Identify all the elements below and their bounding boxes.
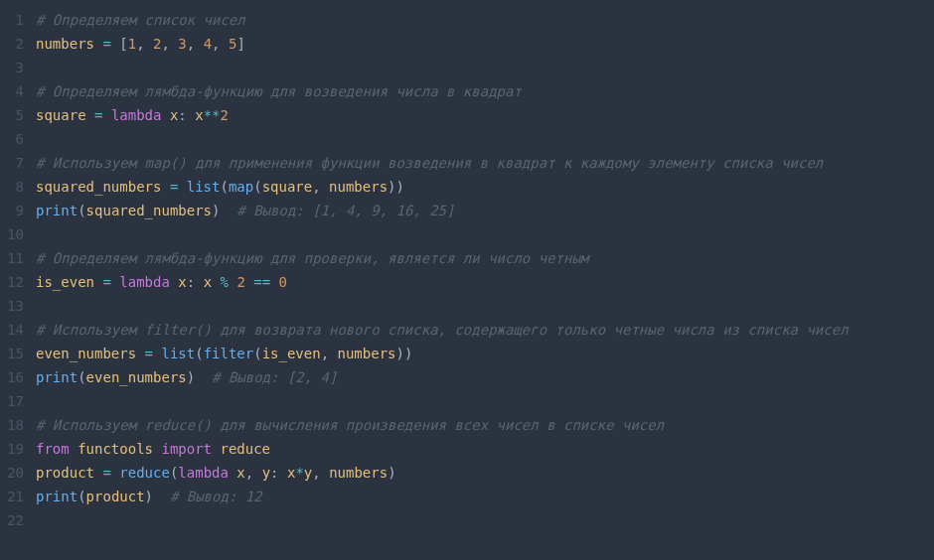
token-ident: numbers — [36, 36, 94, 52]
token-punct: ] — [236, 36, 244, 52]
token-kw: import — [161, 441, 212, 457]
code-line[interactable]: 22 — [0, 508, 934, 532]
code-line[interactable]: 4# Определяем лямбда-функцию для возведе… — [0, 79, 934, 103]
token-ident: functools — [78, 441, 153, 457]
token-ident: numbers — [329, 465, 388, 481]
token-comment: # Определяем лямбда-функцию для возведен… — [36, 83, 522, 99]
token-punct: , — [321, 346, 338, 361]
token-punct: ) — [187, 369, 212, 385]
line-content[interactable]: # Используем map() для применения функци… — [36, 151, 934, 175]
line-number: 5 — [0, 103, 36, 127]
token-op: * — [295, 465, 303, 481]
token-punct — [178, 179, 186, 195]
code-line[interactable]: 10 — [0, 222, 934, 246]
token-func: list — [187, 179, 221, 195]
line-content[interactable]: print(even_numbers) # Вывод: [2, 4] — [36, 365, 934, 389]
line-content[interactable] — [36, 56, 934, 79]
line-content[interactable]: # Определяем список чисел — [36, 8, 934, 32]
line-content[interactable]: squared_numbers = list(map(square, numbe… — [36, 175, 934, 199]
token-punct: , — [212, 36, 229, 52]
token-ident: even_numbers — [86, 369, 187, 385]
line-content[interactable]: print(product) # Вывод: 12 — [36, 485, 934, 508]
line-number: 11 — [0, 246, 36, 270]
line-number: 8 — [0, 175, 36, 199]
code-line[interactable]: 12is_even = lambda x: x % 2 == 0 — [0, 270, 934, 294]
token-punct — [270, 274, 278, 290]
line-content[interactable]: # Используем reduce() для вычисления про… — [36, 413, 934, 437]
line-number: 19 — [0, 437, 36, 461]
token-func: print — [36, 489, 78, 504]
line-content[interactable]: numbers = [1, 2, 3, 4, 5] — [36, 32, 934, 56]
token-ident: even_numbers — [36, 346, 136, 361]
token-num: 1 — [128, 36, 136, 52]
line-number: 20 — [0, 461, 36, 485]
line-content[interactable] — [36, 508, 934, 532]
code-line[interactable]: 7# Используем map() для применения функц… — [0, 151, 934, 175]
token-op: = — [145, 346, 153, 361]
code-line[interactable]: 13 — [0, 294, 934, 318]
code-line[interactable]: 6 — [0, 127, 934, 151]
code-line[interactable]: 16print(even_numbers) # Вывод: [2, 4] — [0, 365, 934, 389]
token-punct — [245, 274, 253, 290]
line-content[interactable]: print(squared_numbers) # Вывод: [1, 4, 9… — [36, 199, 934, 222]
token-op: = — [102, 274, 110, 290]
code-line[interactable]: 11# Определяем лямбда-функцию для провер… — [0, 246, 934, 270]
token-op: == — [253, 274, 270, 290]
token-func: print — [36, 203, 78, 218]
line-content[interactable]: product = reduce(lambda x, y: x*y, numbe… — [36, 461, 934, 485]
token-punct: ) — [388, 465, 395, 481]
code-line[interactable]: 9print(squared_numbers) # Вывод: [1, 4, … — [0, 199, 934, 222]
code-line[interactable]: 18# Используем reduce() для вычисления п… — [0, 413, 934, 437]
code-line[interactable]: 8squared_numbers = list(map(square, numb… — [0, 175, 934, 199]
token-punct: , — [187, 36, 204, 52]
line-content[interactable]: # Определяем лямбда-функцию для проверки… — [36, 246, 934, 270]
token-punct: , — [245, 465, 262, 481]
token-num: 2 — [221, 107, 229, 123]
token-kw: from — [36, 441, 70, 457]
line-number: 12 — [0, 270, 36, 294]
token-comment: # Вывод: [1, 4, 9, 16, 25] — [236, 203, 454, 218]
code-editor[interactable]: 1# Определяем список чисел2numbers = [1,… — [0, 8, 934, 532]
line-content[interactable]: # Используем filter() для возврата новог… — [36, 318, 934, 342]
line-content[interactable] — [36, 294, 934, 318]
token-punct: ( — [78, 489, 85, 504]
code-line[interactable]: 17 — [0, 389, 934, 413]
code-line[interactable]: 3 — [0, 56, 934, 79]
code-line[interactable]: 19from functools import reduce — [0, 437, 934, 461]
line-content[interactable]: from functools import reduce — [36, 437, 934, 461]
token-punct: , — [136, 36, 153, 52]
code-line[interactable]: 15even_numbers = list(filter(is_even, nu… — [0, 342, 934, 365]
line-content[interactable]: # Определяем лямбда-функцию для возведен… — [36, 79, 934, 103]
code-line[interactable]: 14# Используем filter() для возврата нов… — [0, 318, 934, 342]
line-content[interactable]: even_numbers = list(filter(is_even, numb… — [36, 342, 934, 365]
token-punct: )) — [388, 179, 404, 195]
line-number: 1 — [0, 8, 36, 32]
line-content[interactable] — [36, 389, 934, 413]
line-number: 18 — [0, 413, 36, 437]
line-number: 2 — [0, 32, 36, 56]
token-punct: ( — [220, 179, 228, 195]
token-ident: squared_numbers — [86, 203, 212, 218]
line-content[interactable]: is_even = lambda x: x % 2 == 0 — [36, 270, 934, 294]
code-line[interactable]: 21print(product) # Вывод: 12 — [0, 485, 934, 508]
line-content[interactable] — [36, 222, 934, 246]
line-number: 15 — [0, 342, 36, 365]
token-punct: , — [312, 465, 329, 481]
code-line[interactable]: 20product = reduce(lambda x, y: x*y, num… — [0, 461, 934, 485]
token-func: reduce — [119, 465, 170, 481]
token-op: = — [102, 36, 110, 52]
token-ident: y — [304, 465, 312, 481]
line-content[interactable]: square = lambda x: x**2 — [36, 103, 934, 127]
line-content[interactable] — [36, 127, 934, 151]
token-ident: square — [262, 179, 313, 195]
line-number: 13 — [0, 294, 36, 318]
code-line[interactable]: 5square = lambda x: x**2 — [0, 103, 934, 127]
token-punct: : — [270, 465, 287, 481]
token-punct: [ — [111, 36, 128, 52]
token-func: map — [229, 179, 253, 195]
token-comment: # Определяем лямбда-функцию для проверки… — [36, 250, 588, 266]
line-number: 16 — [0, 365, 36, 389]
token-punct: ( — [253, 179, 261, 195]
code-line[interactable]: 2numbers = [1, 2, 3, 4, 5] — [0, 32, 934, 56]
code-line[interactable]: 1# Определяем список чисел — [0, 8, 934, 32]
